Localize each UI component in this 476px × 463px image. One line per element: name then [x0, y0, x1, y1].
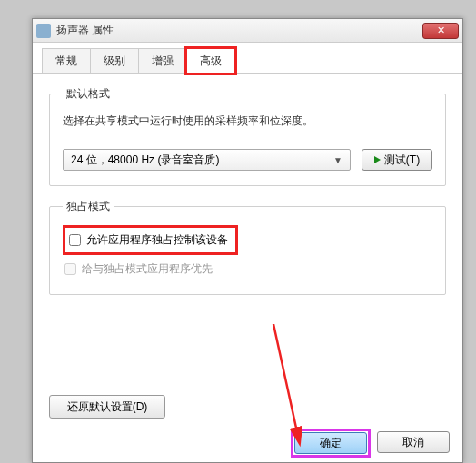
play-icon [374, 156, 381, 163]
test-button[interactable]: 测试(T) [362, 149, 432, 171]
default-format-group: 默认格式 选择在共享模式中运行时使用的采样频率和位深度。 24 位，48000 … [49, 86, 446, 186]
format-select-value: 24 位，48000 Hz (录音室音质) [71, 153, 219, 168]
chevron-down-icon: ▼ [333, 155, 342, 165]
exclusive-priority-checkbox [64, 263, 76, 275]
exclusive-mode-group: 独占模式 允许应用程序独占控制该设备 给与独占模式应用程序优先 [49, 199, 446, 295]
exclusive-priority-row: 给与独占模式应用程序优先 [63, 259, 432, 280]
titlebar[interactable]: 扬声器 属性 ✕ [33, 19, 462, 43]
allow-exclusive-checkbox[interactable] [69, 234, 81, 246]
tab-strip: 常规 级别 增强 高级 [33, 43, 462, 74]
tab-panel-advanced: 默认格式 选择在共享模式中运行时使用的采样频率和位深度。 24 位，48000 … [33, 74, 462, 428]
ok-button[interactable]: 确定 [294, 432, 367, 454]
allow-exclusive-row[interactable]: 允许应用程序独占控制该设备 [67, 230, 230, 251]
speaker-properties-dialog: 扬声器 属性 ✕ 常规 级别 增强 高级 默认格式 选择在共享模式中运行时使用的… [32, 18, 463, 463]
test-button-label: 测试(T) [384, 153, 420, 168]
tab-levels[interactable]: 级别 [90, 48, 139, 73]
close-icon: ✕ [437, 25, 445, 36]
exclusive-priority-label: 给与独占模式应用程序优先 [82, 261, 213, 277]
tab-advanced[interactable]: 高级 [186, 48, 235, 74]
close-button[interactable]: ✕ [422, 23, 459, 39]
restore-defaults-button[interactable]: 还原默认设置(D) [49, 395, 165, 419]
cancel-button[interactable]: 取消 [377, 431, 450, 453]
ok-highlight: 确定 [293, 431, 368, 455]
exclusive-mode-legend: 独占模式 [63, 199, 114, 214]
dialog-footer: 确定 取消 [293, 431, 450, 455]
tab-enhance[interactable]: 增强 [138, 48, 187, 73]
speaker-icon [36, 24, 51, 38]
allow-exclusive-label: 允许应用程序独占控制该设备 [86, 232, 228, 248]
tab-general[interactable]: 常规 [42, 48, 91, 73]
window-title: 扬声器 属性 [56, 23, 422, 38]
default-format-desc: 选择在共享模式中运行时使用的采样频率和位深度。 [63, 113, 432, 129]
default-format-legend: 默认格式 [63, 86, 114, 102]
format-select[interactable]: 24 位，48000 Hz (录音室音质) ▼ [63, 149, 351, 171]
